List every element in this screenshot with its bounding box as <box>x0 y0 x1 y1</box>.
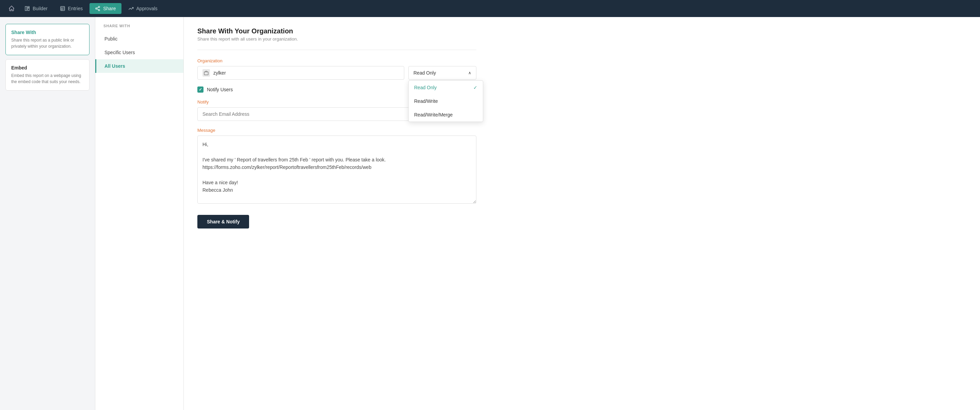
permission-dropdown-wrapper: Read Only ∧ Read Only ✓ Read/Write Read/… <box>408 66 476 80</box>
svg-line-10 <box>97 9 99 10</box>
notify-users-label[interactable]: Notify Users <box>207 87 233 92</box>
nav-all-users-label: All Users <box>105 63 125 69</box>
org-label: Organization <box>197 58 476 63</box>
sidebar-card-share-with[interactable]: Share With Share this report as a public… <box>5 24 89 55</box>
svg-rect-2 <box>27 6 29 8</box>
sidebar-card-embed[interactable]: Embed Embed this report on a webpage usi… <box>5 59 89 91</box>
svg-point-7 <box>98 6 100 8</box>
dropdown-option-read-write[interactable]: Read/Write <box>409 94 483 108</box>
dropdown-option-read-write-label: Read/Write <box>414 99 438 104</box>
share-with-card-title: Share With <box>11 30 84 35</box>
dropdown-option-read-only-label: Read Only <box>414 85 437 90</box>
dropdown-selected-label: Read Only <box>414 70 436 76</box>
nav-all-users[interactable]: All Users <box>95 59 183 73</box>
chevron-up-icon: ∧ <box>468 70 471 75</box>
svg-line-11 <box>97 7 99 8</box>
nav-builder-label: Builder <box>33 6 48 11</box>
left-sidebar: Share With Share this report as a public… <box>0 17 95 410</box>
nav-approvals-label: Approvals <box>137 6 158 11</box>
svg-rect-3 <box>60 6 65 11</box>
middle-nav: Share With Public Specific Users All Use… <box>95 17 184 410</box>
svg-rect-0 <box>25 6 27 11</box>
share-notify-button-label: Share & Notify <box>207 219 240 224</box>
page-title: Share With Your Organization <box>197 27 476 35</box>
nav-builder[interactable]: Builder <box>19 3 53 14</box>
nav-approvals[interactable]: Approvals <box>123 3 163 14</box>
message-textarea[interactable]: Hi, I've shared my ' Report of traveller… <box>197 136 476 204</box>
svg-point-8 <box>95 8 97 9</box>
nav-specific-users-label: Specific Users <box>105 50 135 55</box>
org-icon <box>202 69 210 77</box>
main-layout: Share With Share this report as a public… <box>0 17 980 410</box>
nav-share-label: Share <box>103 6 116 11</box>
nav-public[interactable]: Public <box>95 32 183 46</box>
check-icon: ✓ <box>473 85 477 90</box>
dropdown-option-read-write-merge-label: Read/Write/Merge <box>414 112 453 118</box>
embed-card-desc: Embed this report on a webpage using the… <box>11 73 84 85</box>
share-with-card-desc: Share this report as a public link or pr… <box>11 37 84 49</box>
permission-dropdown-menu: Read Only ✓ Read/Write Read/Write/Merge <box>408 80 483 122</box>
main-content: Share With Your Organization Share this … <box>184 17 980 410</box>
nav-share[interactable]: Share <box>89 3 121 14</box>
org-name: zylker <box>213 70 226 76</box>
embed-card-title: Embed <box>11 65 84 70</box>
org-row: zylker Read Only ∧ Read Only ✓ Rea <box>197 66 476 80</box>
nav-entries[interactable]: Entries <box>54 3 89 14</box>
nav-public-label: Public <box>105 36 118 41</box>
svg-rect-1 <box>27 8 29 11</box>
dropdown-option-read-write-merge[interactable]: Read/Write/Merge <box>409 108 483 121</box>
svg-rect-12 <box>204 72 208 75</box>
home-button[interactable] <box>5 2 18 14</box>
message-label: Message <box>197 128 476 133</box>
notify-users-checkbox[interactable] <box>197 86 204 93</box>
nav-entries-label: Entries <box>68 6 83 11</box>
svg-point-9 <box>98 10 100 11</box>
form-section: Share With Your Organization Share this … <box>197 27 476 228</box>
nav-specific-users[interactable]: Specific Users <box>95 46 183 59</box>
share-notify-button[interactable]: Share & Notify <box>197 215 249 228</box>
top-navigation: Builder Entries Share Approvals <box>0 0 980 17</box>
permission-dropdown-btn[interactable]: Read Only ∧ <box>408 66 476 80</box>
dropdown-option-read-only[interactable]: Read Only ✓ <box>409 81 483 94</box>
org-input: zylker <box>197 66 404 80</box>
page-subtitle: Share this report with all users in your… <box>197 37 476 41</box>
mid-nav-header: Share With <box>95 24 183 32</box>
